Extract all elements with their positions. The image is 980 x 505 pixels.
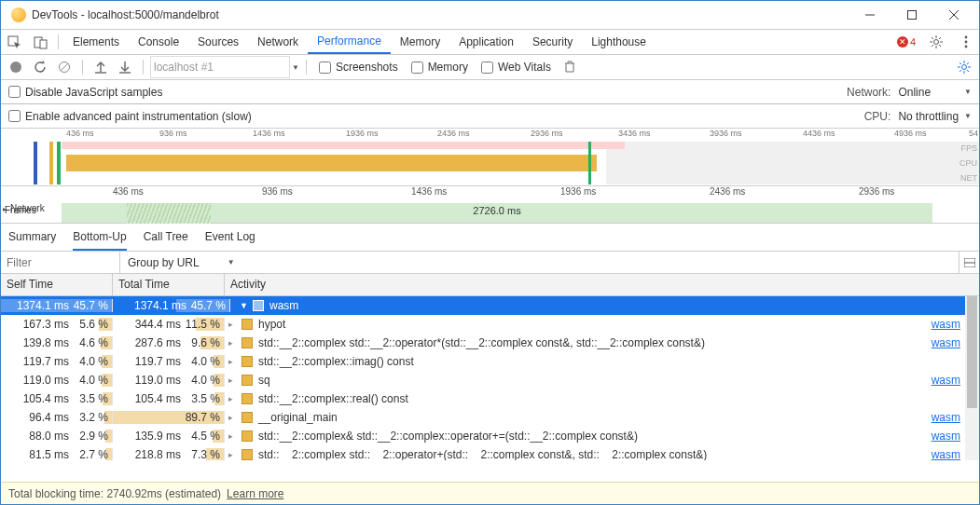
panel-tabs-row: ElementsConsoleSourcesNetworkPerformance… xyxy=(1,30,979,55)
table-row[interactable]: 167.3 ms5.6 %344.4 ms11.5 %▸hypotwasm xyxy=(1,315,979,334)
save-profile-icon[interactable] xyxy=(114,56,136,78)
table-row[interactable]: 96.4 ms3.2 %2698.5 ms89.7 %▸__original_m… xyxy=(1,408,979,427)
inspect-element-icon[interactable] xyxy=(1,30,27,54)
webvitals-checkbox[interactable]: Web Vitals xyxy=(481,61,551,74)
svg-line-13 xyxy=(939,45,941,47)
cpu-tag: CPU xyxy=(959,158,977,168)
expand-icon[interactable]: ▸ xyxy=(228,338,236,348)
memory-checkbox[interactable]: Memory xyxy=(411,61,468,74)
settings-gear-icon[interactable] xyxy=(923,30,949,54)
table-row[interactable]: 1374.1 ms45.7 %1374.1 ms45.7 %▼wasm xyxy=(1,296,979,315)
col-self-time[interactable]: Self Time xyxy=(1,274,113,295)
svg-point-7 xyxy=(934,40,939,45)
scrollbar[interactable] xyxy=(965,296,979,460)
table-row[interactable]: 105.4 ms3.5 %105.4 ms3.5 %▸std::__2::com… xyxy=(1,389,979,408)
detail-tabs: SummaryBottom-UpCall TreeEvent Log xyxy=(1,224,979,252)
tab-memory[interactable]: Memory xyxy=(391,30,449,54)
fps-tag: FPS xyxy=(960,143,977,153)
clear-button[interactable] xyxy=(53,56,76,78)
disable-js-samples-checkbox[interactable]: Disable JavaScript samples xyxy=(8,86,162,99)
expand-icon[interactable]: ▸ xyxy=(228,375,236,385)
devtools-icon xyxy=(11,7,26,22)
option-row-1: Disable JavaScript samples Network: Onli… xyxy=(1,80,979,104)
group-by-select[interactable]: Group by URL▼ xyxy=(120,252,242,273)
table-row[interactable]: 88.0 ms2.9 %135.9 ms4.5 %▸std::__2::comp… xyxy=(1,427,979,445)
svg-line-29 xyxy=(967,70,969,72)
error-count-badge[interactable]: ✕4 xyxy=(893,36,919,48)
device-toggle-icon[interactable] xyxy=(27,30,53,54)
table-row[interactable]: 81.5 ms2.7 %218.8 ms7.3 %▸std::__2::comp… xyxy=(1,445,979,460)
learn-more-link[interactable]: Learn more xyxy=(227,487,283,500)
script-color-icon xyxy=(242,430,253,442)
table-body: 1374.1 ms45.7 %1374.1 ms45.7 %▼wasm167.3… xyxy=(1,296,979,460)
col-activity[interactable]: Activity xyxy=(225,274,979,295)
drill-tab-event-log[interactable]: Event Log xyxy=(205,224,255,251)
svg-rect-6 xyxy=(40,40,47,48)
table-header: Self Time Total Time Activity xyxy=(1,274,979,296)
drill-tab-summary[interactable]: Summary xyxy=(8,224,56,251)
network-label: Network: xyxy=(847,86,890,99)
paint-instrumentation-checkbox[interactable]: Enable advanced paint instrumentation (s… xyxy=(8,110,252,123)
expand-icon[interactable]: ▸ xyxy=(228,450,236,459)
tab-console[interactable]: Console xyxy=(129,30,188,54)
expand-icon[interactable]: ▸ xyxy=(228,320,236,329)
capture-settings-gear-icon[interactable] xyxy=(953,56,975,78)
net-tag: NET xyxy=(960,173,977,183)
reload-record-button[interactable] xyxy=(29,56,51,78)
kebab-menu-icon[interactable] xyxy=(953,30,979,54)
trash-icon[interactable] xyxy=(559,56,581,78)
timeline-detail[interactable]: 436 ms936 ms1436 ms1936 ms2436 ms2936 ms… xyxy=(1,186,979,224)
tab-lighthouse[interactable]: Lighthouse xyxy=(582,30,656,54)
option-row-2: Enable advanced paint instrumentation (s… xyxy=(1,104,979,129)
window-controls xyxy=(849,2,974,29)
drill-tab-call-tree[interactable]: Call Tree xyxy=(144,224,188,251)
tab-performance[interactable]: Performance xyxy=(308,30,391,54)
svg-point-16 xyxy=(965,36,968,39)
screenshots-checkbox[interactable]: Screenshots xyxy=(319,61,398,74)
col-total-time[interactable]: Total Time xyxy=(113,274,225,295)
tab-security[interactable]: Security xyxy=(523,30,582,54)
script-color-icon xyxy=(242,319,253,330)
script-color-icon xyxy=(242,393,253,404)
svg-line-30 xyxy=(967,62,969,64)
separator xyxy=(306,60,307,75)
timeline-overview[interactable]: 436 ms936 ms1436 ms1936 ms2436 ms2936 ms… xyxy=(1,129,979,186)
script-color-icon xyxy=(253,300,264,311)
status-bar: Total blocking time: 2740.92ms (estimate… xyxy=(1,482,979,504)
svg-line-28 xyxy=(959,62,961,64)
svg-line-14 xyxy=(939,37,941,39)
tab-elements[interactable]: Elements xyxy=(63,30,129,54)
expand-icon[interactable]: ▼ xyxy=(240,301,247,310)
svg-point-18 xyxy=(965,46,968,48)
heavy-view-icon[interactable] xyxy=(959,252,979,273)
svg-line-31 xyxy=(959,70,961,72)
table-row[interactable]: 119.7 ms4.0 %119.7 ms4.0 %▸std::__2::com… xyxy=(1,352,979,371)
network-select[interactable]: Online▼ xyxy=(898,86,972,99)
record-button[interactable] xyxy=(5,56,27,78)
titlebar: DevTools - localhost:5000/mandelbrot xyxy=(1,1,979,30)
table-row[interactable]: 139.8 ms4.6 %287.6 ms9.6 %▸std::__2::com… xyxy=(1,334,979,352)
expand-icon[interactable]: ▸ xyxy=(228,357,236,366)
filter-input[interactable] xyxy=(1,252,120,273)
load-profile-icon[interactable] xyxy=(90,56,112,78)
close-button[interactable] xyxy=(932,2,974,29)
frame-duration: 2726.0 ms xyxy=(473,205,520,216)
expand-icon[interactable]: ▸ xyxy=(228,413,236,422)
frames-label: Frames xyxy=(5,205,36,215)
maximize-button[interactable] xyxy=(890,2,932,29)
minimize-button[interactable] xyxy=(849,2,890,29)
profile-select[interactable] xyxy=(150,56,290,78)
perf-toolbar: ▼ Screenshots Memory Web Vitals xyxy=(1,55,979,80)
script-color-icon xyxy=(242,356,253,367)
table-row[interactable]: 119.0 ms4.0 %119.0 ms4.0 %▸sqwasm xyxy=(1,371,979,389)
expand-icon[interactable]: ▸ xyxy=(228,431,236,441)
expand-icon[interactable]: ▸ xyxy=(228,394,236,403)
svg-point-23 xyxy=(962,65,967,70)
svg-point-17 xyxy=(965,41,968,44)
cpu-select[interactable]: No throttling▼ xyxy=(898,110,972,123)
drill-tab-bottom-up[interactable]: Bottom-Up xyxy=(73,224,126,251)
tab-sources[interactable]: Sources xyxy=(188,30,248,54)
tab-network[interactable]: Network xyxy=(248,30,308,54)
separator xyxy=(58,34,59,49)
tab-application[interactable]: Application xyxy=(449,30,523,54)
